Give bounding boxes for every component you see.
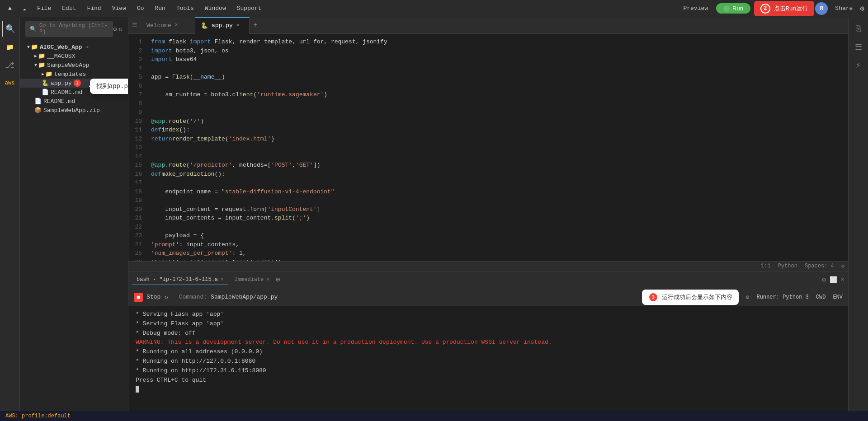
terminal-settings-icon[interactable]: ⚙ xyxy=(822,276,826,284)
terminal-gear-icon[interactable]: ⚙ xyxy=(746,294,750,301)
line-num-22: 22 xyxy=(128,223,146,232)
code-lines: from flask import Flask, render_template… xyxy=(151,34,848,261)
code-line-4 xyxy=(151,64,848,73)
tab-apppy[interactable]: 🐍 app.py × xyxy=(195,17,250,34)
terminal-tab-bar: bash - "ip-172-31-6-115.a × Immediate × … xyxy=(128,271,848,288)
code-line-21: input_contents = input_content.split(';'… xyxy=(151,214,848,223)
menu-run[interactable]: Run xyxy=(150,3,170,14)
code-line-24: 'prompt': input_contents, xyxy=(151,240,848,249)
code-line-12: return render_template('index.html') xyxy=(151,135,848,144)
code-content: 1 2 3 4 5 6 7 8 9 10 11 12 13 14 xyxy=(128,34,848,261)
terminal-add-tab[interactable]: ⊕ xyxy=(276,275,280,284)
editor-area: ☰ Welcome × 🐍 app.py × + 1 2 xyxy=(128,17,848,411)
apppy-tooltip: 找到app.py并打开 xyxy=(90,79,128,94)
stop-button[interactable]: ■ xyxy=(134,293,143,302)
terminal-close-icon[interactable]: × xyxy=(841,276,844,283)
tree-item-apppy[interactable]: 🐍 app.py 1 找到app.py并打开 xyxy=(20,79,128,88)
editor-right-container: ☰ Welcome × 🐍 app.py × + 1 2 xyxy=(128,17,868,411)
line-num-2: 2 xyxy=(128,47,146,56)
menu-go[interactable]: Go xyxy=(132,3,149,14)
search-bar[interactable]: 🔍 Go to Anything (Ctrl-P) xyxy=(25,21,113,37)
tree-item-apppy-label: app.py xyxy=(51,80,72,87)
terminal-line-5: * Running on all addresses (0.0.0.0) xyxy=(136,347,841,357)
terminal-tooltip-num: 3 xyxy=(648,292,658,302)
right-icon-list[interactable]: ☰ xyxy=(850,39,867,55)
python-file-icon: 🐍 xyxy=(42,80,49,87)
right-icon-puzzle[interactable]: ⚡ xyxy=(850,57,867,73)
menu-edit[interactable]: Edit xyxy=(57,3,80,14)
tab-apppy-close[interactable]: × xyxy=(236,23,240,29)
folder-icon-templates: 📁 xyxy=(45,70,52,78)
run-tooltip: 2 点击Run运行 xyxy=(754,1,814,16)
tree-item-templates[interactable]: ▶ 📁 templates xyxy=(20,70,128,79)
chevron-down-icon: ▼ xyxy=(27,45,30,50)
line-numbers: 1 2 3 4 5 6 7 8 9 10 11 12 13 14 xyxy=(128,34,151,261)
code-line-7: sm_runtime = boto3.client('runtime.sagem… xyxy=(151,90,848,99)
tree-item-readme[interactable]: 📄 README.md xyxy=(20,97,128,106)
terminal-tab-bash[interactable]: bash - "ip-172-31-6-115.a × xyxy=(132,275,228,285)
menu-support[interactable]: Support xyxy=(232,3,266,14)
terminal-output[interactable]: * Serving Flask app 'app' * Serving Flas… xyxy=(128,306,848,411)
line-num-17: 17 xyxy=(128,178,146,187)
line-num-12: 12 xyxy=(128,135,146,144)
code-line-6 xyxy=(151,82,848,91)
tab-add-button[interactable]: + xyxy=(250,21,261,29)
tree-item-zip[interactable]: 📦 SampleWebApp.zip xyxy=(20,106,128,115)
activity-bar: 🔍 📁 ⎇ aws xyxy=(0,17,20,411)
line-num-4: 4 xyxy=(128,64,146,73)
activity-search-icon[interactable]: 🔍 xyxy=(2,21,18,37)
share-button[interactable]: Share xyxy=(831,3,856,14)
menu-window[interactable]: Window xyxy=(200,3,231,14)
code-line-2: import boto3, json, os xyxy=(151,47,848,56)
preview-button[interactable]: Preview xyxy=(679,3,712,14)
code-line-11: def index(): xyxy=(151,126,848,135)
tree-item-macosx[interactable]: ▶ 📁 __MACOSX xyxy=(20,51,128,61)
tab-menu-icon[interactable]: ☰ xyxy=(128,22,141,29)
refresh-icon[interactable]: ↻ xyxy=(164,293,168,301)
code-line-14 xyxy=(151,152,848,161)
run-button[interactable]: Run xyxy=(716,3,750,14)
menu-file[interactable]: File xyxy=(33,3,56,14)
user-avatar[interactable]: R xyxy=(815,2,828,15)
menu-find[interactable]: Find xyxy=(82,3,105,14)
activity-files-icon[interactable]: 📁 xyxy=(2,39,18,55)
terminal-maximize-icon[interactable]: ⬜ xyxy=(830,276,837,284)
tree-item-samplewebapp[interactable]: ▼ 📁 SampleWebApp xyxy=(20,61,128,70)
code-editor[interactable]: 1 2 3 4 5 6 7 8 9 10 11 12 13 14 xyxy=(128,34,848,261)
run-button-circle xyxy=(723,5,730,12)
code-line-19 xyxy=(151,196,848,205)
line-num-18: 18 xyxy=(128,187,146,196)
settings-gear-icon[interactable]: ⚙ xyxy=(841,263,844,270)
terminal-line-2: * Serving Flask app 'app' xyxy=(136,319,841,329)
tab-welcome-close[interactable]: × xyxy=(175,22,178,28)
code-line-9 xyxy=(151,108,848,117)
md-file-icon: 📄 xyxy=(34,98,42,105)
app-icon[interactable]: ▲ xyxy=(4,2,16,15)
right-activity-bar: ⎘ ☰ ⚡ xyxy=(848,17,868,411)
menu-view[interactable]: View xyxy=(108,3,131,14)
tree-item-root[interactable]: ▼ 📁 AIGC_Web_App - xyxy=(20,42,128,51)
terminal-tab-immediate-close[interactable]: × xyxy=(266,277,269,282)
activity-aws-icon[interactable]: aws xyxy=(2,75,18,91)
cloud-icon[interactable]: ☁ xyxy=(18,2,31,15)
terminal-line-4: WARNING: This is a development server. D… xyxy=(136,338,841,347)
code-line-26: 'height' : int(request.form['width']), xyxy=(151,258,848,262)
sidebar-refresh-icon[interactable]: ↻ xyxy=(119,25,123,33)
tab-welcome[interactable]: Welcome × xyxy=(141,17,195,34)
menu-tools[interactable]: Tools xyxy=(172,3,198,14)
tab-apppy-label: app.py xyxy=(212,22,233,29)
folder-icon-macosx: 📁 xyxy=(38,52,45,60)
md-file-icon-inner: 📄 xyxy=(42,89,49,96)
line-num-6: 6 xyxy=(128,82,146,91)
sidebar-gear-icon[interactable]: ⚙ xyxy=(113,25,117,33)
terminal-tab-bash-close[interactable]: × xyxy=(221,277,224,282)
settings-icon[interactable]: ⚙ xyxy=(860,4,864,13)
terminal-right: 3 运行成功后会显示如下内容 ⚙ Runner: Python 3 CWD EN… xyxy=(642,290,843,305)
terminal-tooltip-text: 运行成功后会显示如下内容 xyxy=(662,293,732,301)
activity-git-icon[interactable]: ⎇ xyxy=(2,57,18,73)
aws-status-bar: AWS: profile:default xyxy=(0,411,868,421)
aws-status-label: AWS: profile:default xyxy=(5,413,71,419)
right-icon-split[interactable]: ⎘ xyxy=(850,21,867,37)
terminal-tab-immediate[interactable]: Immediate × xyxy=(230,275,274,285)
code-line-25: 'num_images_per_prompt': 1, xyxy=(151,249,848,258)
